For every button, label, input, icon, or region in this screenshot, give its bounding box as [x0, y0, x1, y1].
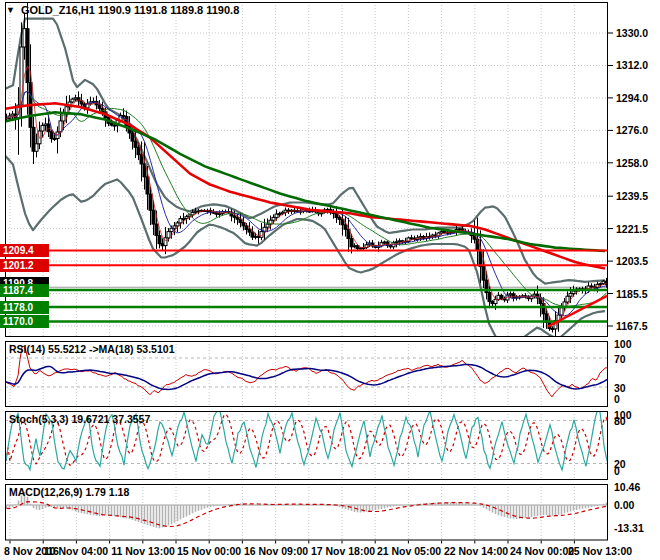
time-tick-label: 10 Nov 04:00 [44, 545, 108, 557]
macd-tick-label: 0.00 [614, 499, 634, 511]
time-tick-label: 11 Nov 13:00 [111, 545, 175, 557]
macd-indicator-label: MACD(12,26,9) 1.79 1.18 [9, 486, 129, 498]
chart-title: GOLD_Z16,H1 1190.9 1191.8 1189.8 1190.8 [21, 4, 239, 16]
chart-title-bar: ▼ GOLD_Z16,H1 1190.9 1191.8 1189.8 1190.… [6, 4, 239, 16]
price-tick-label: 1185.5 [616, 288, 648, 300]
price-tick-label: 1167.5 [616, 320, 648, 332]
stoch-tick-label: 80 [614, 415, 626, 427]
price-tick-label: 1330.0 [616, 27, 648, 39]
stoch-indicator-label: Stoch(5,3,3) 19.6721 37.3557 [9, 413, 150, 425]
price-tick-label: 1312.0 [616, 59, 648, 71]
price-tick-label: 1258.0 [616, 157, 648, 169]
price-tick-label: 1239.5 [616, 190, 648, 202]
rsi-tick-label: 70 [614, 353, 626, 365]
price-tick-label: 1221.5 [616, 223, 648, 235]
price-badge-support: 1187.4 [0, 284, 49, 297]
price-badge-support: 1178.0 [0, 301, 49, 314]
price-tick-label: 1203.5 [616, 255, 648, 267]
time-tick-label: 17 Nov 18:00 [311, 545, 375, 557]
price-tick-label: 1294.0 [616, 92, 648, 104]
rsi-tick-label: 0 [614, 393, 620, 405]
price-badge-resistance: 1209.4 [0, 244, 49, 257]
main-chart-surface[interactable] [5, 2, 608, 337]
macd-tick-label: 10.46 [614, 481, 640, 493]
time-tick-label: 15 Nov 00:00 [177, 545, 241, 557]
price-tick-label: 1276.0 [616, 124, 648, 136]
mt4-chart-window: ▼ GOLD_Z16,H1 1190.9 1191.8 1189.8 1190.… [0, 0, 660, 560]
time-tick-label: 24 Nov 00:00 [510, 545, 574, 557]
time-tick-label: 21 Nov 05:00 [377, 545, 441, 557]
rsi-indicator-label: RSI(14) 55.5212 ->MA(18) 53.5101 [9, 343, 174, 355]
rsi-tick-label: 100 [614, 338, 632, 350]
symbol-dropdown-icon[interactable]: ▼ [6, 5, 15, 15]
time-tick-label: 16 Nov 09:00 [244, 545, 308, 557]
macd-tick-label: -13.31 [614, 522, 644, 534]
price-badge-resistance: 1201.2 [0, 259, 49, 272]
price-badge-support: 1170.0 [0, 315, 49, 328]
time-tick-label: 25 Nov 13:00 [568, 545, 632, 557]
stoch-tick-label: 0 [614, 465, 620, 477]
time-tick-label: 22 Nov 14:00 [444, 545, 508, 557]
chart-canvas [0, 0, 660, 560]
